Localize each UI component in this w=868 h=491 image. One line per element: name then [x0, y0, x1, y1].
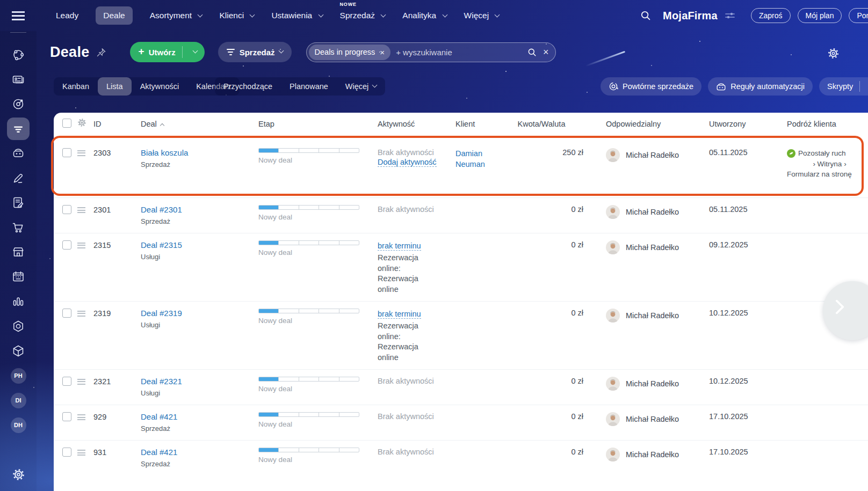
- topnav-item[interactable]: Deale: [96, 6, 133, 25]
- sliders-icon[interactable]: [725, 11, 735, 20]
- filter-tab[interactable]: Przychodzące: [215, 77, 281, 96]
- row-menu-icon[interactable]: [77, 311, 85, 317]
- deal-title-link[interactable]: Deal #421: [141, 448, 177, 457]
- sidebar-item-cart[interactable]: [0, 215, 37, 240]
- automation-rules-button[interactable]: Reguły automatyzacji: [708, 77, 813, 96]
- avatar[interactable]: [606, 240, 620, 254]
- clear-search-icon[interactable]: ×: [543, 47, 549, 58]
- row-menu-icon[interactable]: [77, 150, 85, 156]
- row-menu-icon[interactable]: [77, 414, 85, 420]
- owner-name[interactable]: Michał Radełko: [626, 415, 679, 423]
- scripts-button[interactable]: Skrypty: [819, 77, 868, 96]
- view-tab[interactable]: Kanban: [54, 77, 98, 96]
- client-link[interactable]: Damian Neuman: [455, 149, 485, 168]
- row-menu-icon[interactable]: [77, 379, 85, 385]
- sidebar-item-document-edit[interactable]: [0, 190, 37, 215]
- topnav-item[interactable]: Klienci: [219, 6, 254, 25]
- row-menu-icon[interactable]: [77, 243, 85, 248]
- stage-progress-bar[interactable]: [258, 412, 359, 417]
- table-row[interactable]: 2319 Deal #2319 Usługi Nowy deal brak te…: [54, 301, 868, 369]
- owner-name[interactable]: Michał Radełko: [626, 208, 679, 216]
- column-header-created[interactable]: Utworzony: [707, 120, 785, 128]
- column-header-activity[interactable]: Aktywność: [375, 120, 453, 128]
- menu-hamburger-icon[interactable]: [12, 11, 25, 20]
- row-checkbox[interactable]: [62, 309, 71, 318]
- deal-title-link[interactable]: Deal #2315: [141, 240, 182, 250]
- sidebar-item-signature[interactable]: [0, 166, 37, 190]
- view-tab[interactable]: Aktywności: [132, 77, 188, 96]
- sidebar-item-deals-funnel[interactable]: [0, 116, 37, 141]
- row-checkbox[interactable]: [62, 377, 71, 386]
- view-settings-gear-icon[interactable]: [827, 47, 840, 62]
- column-header-amount[interactable]: Kwota/Waluta: [503, 120, 583, 128]
- column-header-client[interactable]: Klient: [453, 120, 503, 128]
- deal-title-link[interactable]: Biała koszula: [141, 148, 188, 157]
- tab-more[interactable]: Więcej: [337, 77, 386, 96]
- sidebar-item-robot[interactable]: [0, 141, 37, 166]
- table-row[interactable]: 931 Deal #421 Sprzedaż Nowy deal Brak ak…: [54, 440, 868, 475]
- sidebar-item-hexagon[interactable]: [0, 314, 37, 339]
- topbar-pill-button[interactable]: Mój plan: [798, 8, 842, 23]
- search-input[interactable]: [396, 48, 527, 57]
- create-deal-button[interactable]: + Utwórz: [130, 42, 205, 62]
- select-all-checkbox[interactable]: [62, 119, 71, 128]
- sidebar-item-contact-card[interactable]: [0, 67, 37, 92]
- column-header-id[interactable]: ID: [91, 120, 139, 128]
- row-checkbox[interactable]: [62, 205, 71, 214]
- column-header-deal[interactable]: Deal: [139, 120, 256, 128]
- row-checkbox[interactable]: [62, 412, 71, 421]
- topnav-item[interactable]: Więcej: [464, 6, 500, 25]
- table-row[interactable]: 929 Deal #421 Sprzedaż Nowy deal Brak ak…: [54, 405, 868, 440]
- owner-name[interactable]: Michał Radełko: [626, 243, 679, 252]
- search-icon[interactable]: [640, 10, 651, 21]
- repeat-sales-button[interactable]: Powtórne sprzedaże: [601, 77, 701, 96]
- owner-name[interactable]: Michał Radełko: [626, 151, 679, 159]
- stage-progress-bar[interactable]: [258, 377, 359, 382]
- topnav-item[interactable]: Leady: [56, 6, 78, 25]
- column-header-owner[interactable]: Odpowiedzialny: [583, 120, 707, 128]
- row-checkbox[interactable]: [62, 448, 71, 457]
- column-header-stage[interactable]: Etap: [256, 120, 375, 128]
- sidebar-item-package[interactable]: [0, 339, 37, 363]
- view-tab[interactable]: Lista: [98, 77, 132, 96]
- stage-progress-bar[interactable]: [258, 148, 359, 153]
- chevron-down-icon[interactable]: [278, 48, 284, 53]
- row-menu-icon[interactable]: [77, 207, 85, 213]
- activity-link[interactable]: brak terminu: [378, 241, 421, 251]
- deal-title-link[interactable]: Deal #2301: [141, 205, 182, 214]
- avatar[interactable]: [606, 412, 620, 426]
- pin-icon[interactable]: [96, 47, 106, 57]
- avatar[interactable]: [606, 148, 620, 162]
- sidebar-user-badge[interactable]: PH: [11, 368, 26, 384]
- chevron-down-icon[interactable]: [192, 48, 198, 53]
- owner-name[interactable]: Michał Radełko: [626, 379, 679, 388]
- stage-progress-bar[interactable]: [258, 309, 359, 313]
- column-settings-gear-icon[interactable]: [77, 118, 86, 127]
- pipeline-filter-button[interactable]: Sprzedaż: [218, 42, 292, 62]
- owner-name[interactable]: Michał Radełko: [626, 311, 679, 320]
- sidebar-user-badge[interactable]: DH: [11, 417, 26, 433]
- deal-title-link[interactable]: Deal #2319: [141, 309, 182, 318]
- sidebar-item-target[interactable]: [0, 92, 37, 116]
- topnav-item[interactable]: Analityka: [402, 6, 446, 25]
- avatar[interactable]: [606, 309, 620, 323]
- row-menu-icon[interactable]: [77, 450, 85, 456]
- row-checkbox[interactable]: [62, 148, 71, 157]
- table-row[interactable]: 2303 Biała koszula Sprzedaż Nowy deal Br…: [54, 135, 868, 197]
- sidebar-item-store[interactable]: [0, 240, 37, 265]
- avatar[interactable]: [606, 448, 620, 461]
- row-checkbox[interactable]: [62, 240, 71, 250]
- column-header-journey[interactable]: Podróż klienta: [785, 120, 868, 128]
- stage-progress-bar[interactable]: [258, 448, 359, 452]
- chip-close-icon[interactable]: ×: [380, 48, 385, 57]
- avatar[interactable]: [606, 377, 620, 391]
- stage-progress-bar[interactable]: [258, 205, 359, 210]
- sidebar-item-network[interactable]: [0, 42, 37, 67]
- sidebar-item-bar-chart[interactable]: [0, 289, 37, 314]
- deal-title-link[interactable]: Deal #421: [141, 412, 177, 421]
- company-name[interactable]: MojaFirma: [663, 10, 718, 22]
- topnav-item[interactable]: NOWE Sprzedaż: [340, 6, 386, 25]
- filter-tab[interactable]: Planowane: [281, 77, 337, 96]
- stage-progress-bar[interactable]: [258, 240, 359, 245]
- topnav-item[interactable]: Ustawienia: [271, 6, 322, 25]
